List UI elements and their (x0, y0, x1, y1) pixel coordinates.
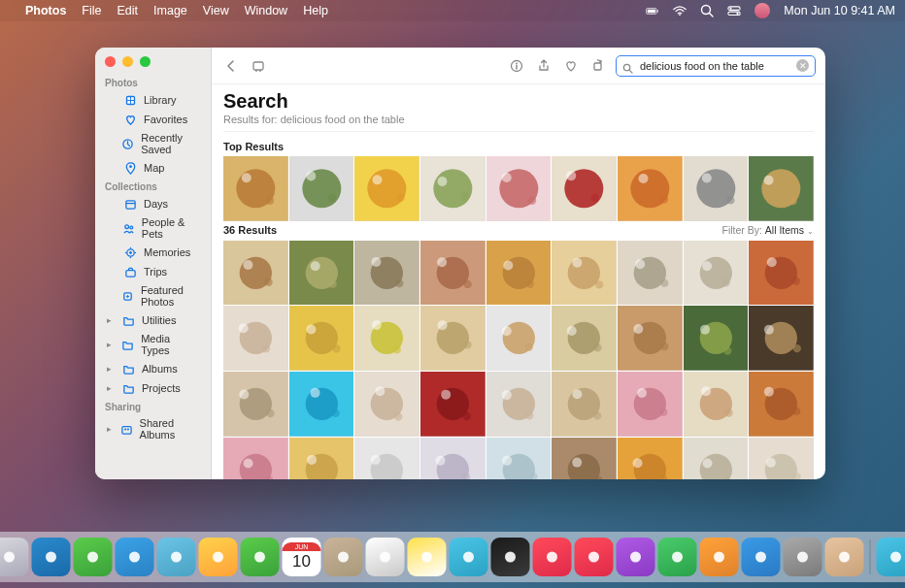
photo-thumbnail[interactable] (354, 372, 419, 437)
user-icon[interactable] (754, 3, 770, 18)
menu-image[interactable]: Image (153, 4, 187, 17)
photo-thumbnail[interactable] (486, 306, 552, 371)
sidebar-item-trips[interactable]: Trips (99, 262, 207, 281)
photo-thumbnail[interactable] (289, 438, 354, 479)
search-field[interactable]: ✕ (616, 55, 816, 77)
filter-dropdown[interactable]: Filter By: All Items ⌄ (721, 224, 814, 236)
photo-thumbnail[interactable] (684, 156, 749, 221)
dock-app-iphone[interactable] (825, 538, 864, 576)
spotlight-icon[interactable] (700, 4, 714, 17)
photo-thumbnail[interactable] (552, 306, 617, 371)
dock-app-settings[interactable] (784, 538, 822, 576)
sidebar-item-shared-albums[interactable]: ▸Shared Albums (99, 414, 207, 443)
wifi-icon[interactable] (673, 4, 687, 17)
minimize-button[interactable] (122, 56, 133, 67)
photo-thumbnail[interactable] (552, 372, 617, 437)
dock-app-freeform[interactable] (450, 538, 488, 576)
sidebar-item-projects[interactable]: ▸Projects (99, 378, 207, 398)
photo-thumbnail[interactable] (289, 156, 354, 221)
dock-app-calendar[interactable]: JUN10 (283, 538, 321, 576)
photo-thumbnail[interactable] (618, 241, 683, 306)
photo-thumbnail[interactable] (223, 241, 288, 306)
photo-thumbnail[interactable] (749, 438, 814, 479)
app-menu[interactable]: Photos (25, 4, 66, 17)
photo-thumbnail[interactable] (354, 156, 419, 221)
dock-app-messages[interactable] (74, 538, 113, 576)
photo-thumbnail[interactable] (552, 438, 617, 479)
dock-app-podcasts[interactable] (617, 538, 655, 576)
photo-thumbnail[interactable] (420, 372, 486, 437)
sidebar-item-recently-saved[interactable]: Recently Saved (99, 129, 207, 158)
back-button[interactable] (221, 56, 241, 76)
clear-search-button[interactable]: ✕ (796, 59, 809, 72)
photo-thumbnail[interactable] (618, 372, 683, 437)
dock-app-mail[interactable] (116, 538, 154, 576)
photo-thumbnail[interactable] (420, 156, 486, 221)
dock-app-safari[interactable] (32, 538, 71, 576)
info-button[interactable] (507, 56, 526, 76)
photo-thumbnail[interactable] (354, 241, 419, 306)
sidebar-item-favorites[interactable]: Favorites (99, 110, 207, 129)
menu-view[interactable]: View (203, 4, 229, 17)
dock-app-appstore[interactable] (742, 538, 781, 576)
photo-thumbnail[interactable] (223, 438, 288, 479)
sidebar-item-people-pets[interactable]: People & Pets (99, 213, 207, 243)
dock-app-numbers[interactable] (658, 538, 697, 576)
photo-thumbnail[interactable] (749, 156, 814, 221)
dock-app-pages[interactable] (700, 538, 739, 576)
control-center-icon[interactable] (727, 4, 741, 17)
photo-thumbnail[interactable] (223, 156, 288, 221)
photo-thumbnail[interactable] (749, 372, 814, 437)
photo-thumbnail[interactable] (684, 438, 749, 479)
dock-app-notes[interactable] (408, 538, 447, 576)
dock-app-downloads[interactable] (877, 538, 906, 576)
dock-app-maps[interactable] (157, 538, 196, 576)
photo-thumbnail[interactable] (618, 306, 683, 371)
sidebar-item-map[interactable]: Map (99, 158, 207, 178)
photo-thumbnail[interactable] (289, 306, 354, 371)
photo-thumbnail[interactable] (289, 372, 354, 437)
rotate-button[interactable] (588, 56, 608, 76)
photo-thumbnail[interactable] (618, 438, 683, 479)
photo-thumbnail[interactable] (684, 372, 749, 437)
sidebar-item-featured-photos[interactable]: Featured Photos (99, 281, 207, 310)
photo-thumbnail[interactable] (486, 241, 552, 306)
dock-app-facetime[interactable] (241, 538, 280, 576)
clock[interactable]: Mon Jun 10 9:41 AM (784, 4, 895, 17)
menu-help[interactable]: Help (303, 4, 328, 17)
dock-app-news[interactable] (575, 538, 614, 576)
photo-thumbnail[interactable] (486, 372, 552, 437)
search-input[interactable] (640, 60, 790, 72)
photo-thumbnail[interactable] (749, 241, 814, 306)
dock-app-launchpad[interactable] (0, 538, 29, 576)
maximize-button[interactable] (140, 56, 151, 67)
sidebar-item-days[interactable]: Days (99, 194, 207, 213)
dock-app-reminders[interactable] (366, 538, 405, 576)
photo-thumbnail[interactable] (420, 241, 486, 306)
close-button[interactable] (105, 56, 116, 67)
photo-thumbnail[interactable] (684, 241, 749, 306)
battery-icon[interactable] (646, 4, 659, 17)
photo-thumbnail[interactable] (618, 156, 683, 221)
menu-edit[interactable]: Edit (117, 4, 139, 17)
photo-thumbnail[interactable] (552, 156, 617, 221)
photo-thumbnail[interactable] (486, 438, 552, 479)
sidebar-item-utilities[interactable]: ▸Utilities (99, 310, 207, 330)
favorite-button[interactable] (561, 56, 581, 76)
photo-thumbnail[interactable] (420, 306, 486, 371)
photo-thumbnail[interactable] (552, 241, 617, 306)
dock-app-photos[interactable] (199, 538, 238, 576)
dock-app-music[interactable] (533, 538, 572, 576)
sidebar-item-memories[interactable]: Memories (99, 243, 207, 262)
view-mode-button[interactable] (249, 56, 268, 76)
photo-thumbnail[interactable] (486, 156, 552, 221)
photo-thumbnail[interactable] (684, 306, 749, 371)
menu-file[interactable]: File (82, 4, 101, 17)
photo-thumbnail[interactable] (354, 438, 419, 479)
photo-thumbnail[interactable] (223, 306, 288, 371)
sidebar-item-albums[interactable]: ▸Albums (99, 359, 207, 378)
dock-app-tv[interactable] (491, 538, 530, 576)
menu-window[interactable]: Window (245, 4, 287, 17)
photo-thumbnail[interactable] (749, 306, 814, 371)
photo-thumbnail[interactable] (420, 438, 486, 479)
